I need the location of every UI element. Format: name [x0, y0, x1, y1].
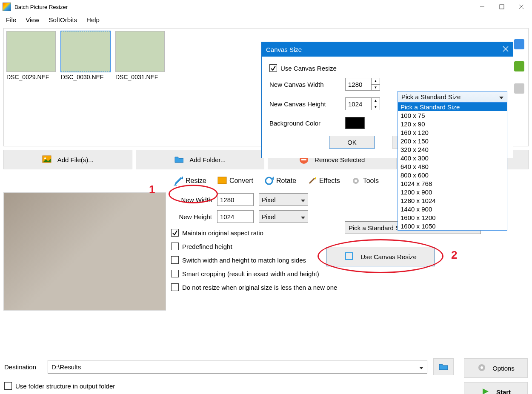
checkbox-use-canvas[interactable] — [269, 64, 277, 72]
bottom-bar: Destination D:\Results Use folder struct… — [4, 358, 528, 390]
tab-label: Rotate — [276, 177, 296, 185]
select-value: Pixel — [262, 196, 276, 203]
dropdown-item[interactable]: 100 x 75 — [398, 111, 507, 120]
dropdown-item[interactable]: 320 x 240 — [398, 145, 507, 154]
dropdown-item[interactable]: 160 x 120 — [398, 128, 507, 137]
annotation-1: 1 — [149, 183, 155, 196]
new-height-input[interactable] — [217, 210, 254, 223]
tab-label: Convert — [229, 177, 253, 185]
tab-convert[interactable]: Convert — [214, 174, 257, 188]
thumbnail[interactable]: DSC_0031.NEF — [115, 31, 166, 80]
dropdown-item[interactable]: 1600 x 1200 — [398, 213, 507, 222]
dropdown-item[interactable]: 200 x 150 — [398, 137, 507, 145]
svg-line-16 — [309, 178, 315, 183]
dialog-title: Canvas Size — [266, 46, 302, 53]
gear-icon — [477, 363, 486, 374]
sidebar-icon[interactable] — [514, 83, 524, 94]
menu-softorbits[interactable]: SoftOrbits — [44, 14, 81, 25]
thumbnail[interactable]: DSC_0030.NEF — [61, 31, 112, 80]
spinner-down[interactable]: ▼ — [371, 104, 380, 110]
spinner-up[interactable]: ▲ — [371, 98, 380, 104]
canvas-width-label: New Canvas Width — [269, 81, 338, 88]
rotate-icon — [264, 176, 274, 186]
height-unit-select[interactable]: Pixel — [259, 210, 308, 223]
dropdown-item[interactable]: Pick a Standard Size — [398, 103, 507, 111]
dropdown-item[interactable]: 1280 x 1024 — [398, 196, 507, 205]
destination-value: D:\Results — [51, 363, 81, 371]
dropdown-item[interactable]: 120 x 90 — [398, 120, 507, 128]
options-button[interactable]: Options — [464, 358, 528, 378]
button-label: Add File(s)... — [57, 156, 94, 163]
width-unit-select[interactable]: Pixel — [259, 193, 308, 206]
close-button[interactable] — [512, 0, 531, 13]
dropdown-label: Pick a Standard Size — [401, 93, 460, 100]
add-files-button[interactable]: Add File(s)... — [3, 150, 132, 169]
bg-color-swatch[interactable] — [345, 117, 365, 129]
dropdown-selected[interactable]: Pick a Standard Size — [398, 91, 507, 103]
menu-file[interactable]: File — [2, 14, 20, 25]
start-button[interactable]: Start — [464, 382, 528, 394]
destination-input[interactable]: D:\Results — [48, 360, 427, 374]
dropdown-item[interactable]: 800 x 600 — [398, 171, 507, 179]
checkbox-predef[interactable] — [171, 243, 179, 250]
wand-icon — [307, 176, 317, 186]
tab-effects[interactable]: Effects — [304, 174, 343, 188]
thumbnail[interactable]: DSC_0029.NEF — [6, 31, 57, 80]
checkbox-switch[interactable] — [171, 256, 179, 264]
tab-label: Resize — [186, 177, 206, 185]
resize-icon — [174, 176, 183, 186]
tab-label: Effects — [319, 177, 340, 185]
minimize-button[interactable] — [472, 0, 492, 13]
svg-point-14 — [266, 177, 272, 184]
checkbox-label: Maintain original aspect ratio — [182, 229, 263, 237]
chevron-down-icon — [301, 213, 305, 220]
spinner-up[interactable]: ▲ — [371, 78, 380, 84]
dropdown-item[interactable]: 1600 x 1050 — [398, 222, 507, 230]
dropdown-item[interactable]: 400 x 300 — [398, 154, 507, 162]
select-value: Pixel — [262, 213, 276, 220]
checkbox-noresize[interactable] — [171, 283, 179, 291]
canvas-width-input[interactable]: ▲▼ — [345, 78, 380, 91]
add-folder-button[interactable]: Add Folder... — [136, 150, 265, 169]
dialog-close-button[interactable] — [496, 46, 509, 53]
checkbox-folder-structure[interactable] — [4, 382, 12, 390]
sidebar-icon[interactable] — [514, 39, 524, 49]
dropdown-item[interactable]: 1440 x 900 — [398, 205, 507, 213]
button-label: Options — [492, 365, 515, 372]
sidebar-icon[interactable] — [514, 61, 524, 71]
tab-rotate[interactable]: Rotate — [261, 174, 300, 188]
dropdown-item[interactable]: 1200 x 900 — [398, 188, 507, 196]
app-title: Batch Picture Resizer — [14, 4, 68, 10]
photo-icon — [42, 155, 51, 164]
spinner-down[interactable]: ▼ — [371, 84, 380, 91]
dialog-titlebar[interactable]: Canvas Size — [262, 42, 513, 57]
new-width-input[interactable] — [217, 193, 254, 206]
ok-button[interactable]: OK — [329, 136, 375, 148]
checkbox-smart[interactable] — [171, 270, 179, 277]
titlebar: Batch Picture Resizer — [0, 0, 532, 14]
maximize-button[interactable] — [492, 0, 512, 13]
play-icon — [481, 387, 490, 394]
dropdown-item[interactable]: 640 x 480 — [398, 162, 507, 171]
checkbox-label: Switch width and height to match long si… — [182, 257, 306, 264]
button-label: Start — [496, 388, 511, 394]
menu-help[interactable]: Help — [82, 14, 104, 25]
checkbox-aspect[interactable] — [171, 229, 179, 237]
dropdown-list: Pick a Standard Size100 x 75120 x 90160 … — [398, 103, 507, 230]
thumbnail-image — [115, 31, 165, 72]
gear-icon — [351, 176, 360, 186]
checkbox-label: Do not resize when original size is less… — [182, 284, 337, 291]
svg-rect-1 — [500, 5, 504, 9]
canvas-height-input[interactable]: ▲▼ — [345, 97, 380, 110]
thumbnail-image — [6, 31, 56, 72]
menu-view[interactable]: View — [21, 14, 43, 25]
chevron-down-icon — [499, 93, 503, 100]
checkbox-label: Use Canvas Resize — [280, 65, 337, 72]
annotation-ring-1 — [169, 185, 218, 203]
dropdown-item[interactable]: 1024 x 768 — [398, 179, 507, 188]
tab-tools[interactable]: Tools — [348, 174, 382, 188]
svg-marker-17 — [315, 177, 316, 180]
standard-size-dropdown: Pick a Standard Size Pick a Standard Siz… — [398, 91, 507, 231]
svg-rect-7 — [301, 159, 306, 160]
browse-button[interactable] — [433, 358, 454, 375]
